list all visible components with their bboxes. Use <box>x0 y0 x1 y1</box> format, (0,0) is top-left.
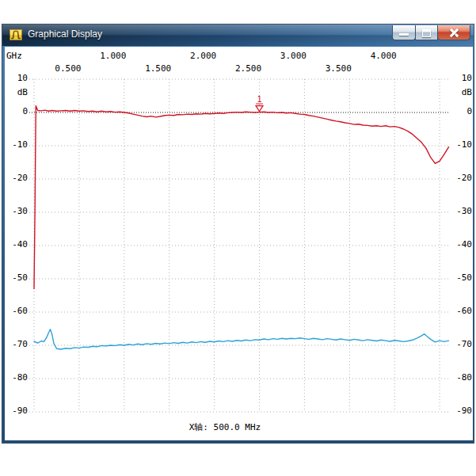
maximize-button[interactable] <box>415 25 438 40</box>
title-bar[interactable]: Graphical Display <box>2 25 474 46</box>
graphical-display-window: Graphical Display GHz dB dB 1.0002.0003.… <box>2 24 474 444</box>
minimize-button[interactable] <box>392 25 416 40</box>
marker-triangle-icon[interactable] <box>256 106 263 112</box>
caption-button-group <box>393 25 470 40</box>
marker-number-label: 1 <box>257 95 261 104</box>
plot-client-area: GHz dB dB 1.0002.0003.0004.0000.5001.500… <box>5 47 473 440</box>
trace1 <box>34 106 449 289</box>
x-axis-scale-readout: X轴: 500.0 MHz <box>5 421 445 433</box>
close-button[interactable] <box>437 25 470 40</box>
minimize-icon <box>399 33 409 36</box>
chart-canvas: 1 <box>5 47 473 440</box>
window-title: Graphical Display <box>28 29 102 40</box>
maximize-icon <box>422 29 431 37</box>
trace2 <box>34 329 449 349</box>
app-icon[interactable] <box>10 29 22 41</box>
